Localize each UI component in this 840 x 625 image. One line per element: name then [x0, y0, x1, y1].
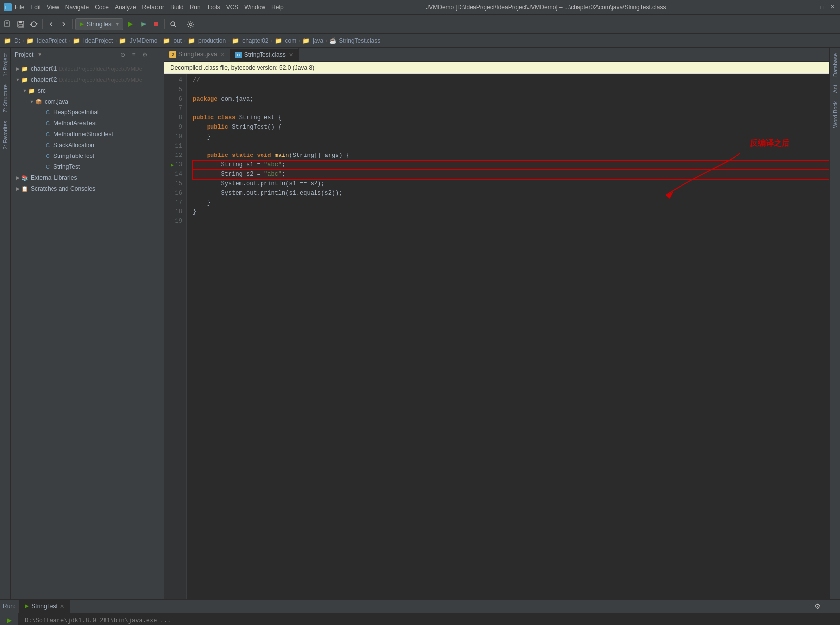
tree-arrow-extlibs: ▶ [15, 175, 21, 181]
menu-run[interactable]: Run [190, 4, 201, 11]
breadcrumb-item-2[interactable]: IdeaProject [83, 37, 113, 44]
breadcrumb-icon-9: ☕ [329, 37, 337, 44]
code-line-11 [193, 142, 829, 151]
close-button[interactable]: ✕ [828, 3, 836, 11]
menu-navigate[interactable]: Navigate [65, 4, 89, 11]
run-tab-close[interactable]: ✕ [60, 603, 64, 610]
svg-rect-6 [19, 21, 22, 23]
sync-button[interactable] [28, 18, 40, 30]
wordbook-tab[interactable]: Word Book [831, 97, 840, 132]
breadcrumb-icon-7: 📁 [275, 37, 282, 44]
line-numbers: 4 5 6 7 8 9 10 11 12 13 14 15 16 17 18 1… [164, 74, 187, 599]
code-line-9: public StringTest() { [193, 123, 829, 132]
search-everywhere-button[interactable] [167, 18, 179, 30]
toolbar-sep-4 [182, 19, 182, 29]
tree-item-stringtest[interactable]: ▷ C StringTest [11, 161, 164, 172]
breadcrumb-item-1[interactable]: IdeaProject [37, 37, 67, 44]
run-config-selector[interactable]: StringTest ▼ [75, 18, 123, 30]
structure-tab-vertical[interactable]: Z: Structure [1, 80, 10, 116]
breadcrumb-item-6[interactable]: chapter02 [242, 37, 268, 44]
menu-build[interactable]: Build [170, 4, 184, 11]
breadcrumb-item-8[interactable]: java [313, 37, 323, 44]
breadcrumb-sep-7: › [298, 37, 300, 44]
tree-item-comjava[interactable]: ▼ 📦 com.java [11, 96, 164, 107]
sidebar-scope-button[interactable]: ⊙ [118, 51, 127, 59]
breadcrumb-item-5[interactable]: production [198, 37, 226, 44]
save-all-button[interactable] [15, 18, 27, 30]
menu-help[interactable]: Help [271, 4, 284, 11]
code-line-14: String s2 = "abc"; [193, 170, 829, 179]
sidebar-settings-button[interactable]: ⚙ [140, 51, 149, 59]
tree-label-stackalloc: StackAllocation [53, 142, 94, 149]
class-file-icon: C [235, 52, 242, 58]
breadcrumb-item-9[interactable]: StringTest.class [339, 37, 380, 44]
menu-file[interactable]: File [15, 4, 24, 11]
tree-label-src: src [38, 87, 46, 94]
breadcrumb-item-7[interactable]: com [285, 37, 297, 44]
folder-icon-src: 📁 [28, 87, 36, 95]
breadcrumb-item-0[interactable]: D: [14, 37, 20, 44]
tree-item-heapspace[interactable]: ▷ C HeapSpaceInitial [11, 107, 164, 118]
toolbar-sep-3 [164, 19, 165, 29]
breadcrumb-item-3[interactable]: JVMDemo [129, 37, 157, 44]
forward-button[interactable] [58, 18, 70, 30]
new-file-button[interactable] [2, 18, 14, 30]
code-line-12: public static void main(String[] args) { [193, 151, 829, 160]
tree-arrow-chapter02: ▼ [15, 77, 21, 83]
tree-arrow-chapter01: ▶ [15, 66, 21, 72]
run-panel-minimize-button[interactable]: – [825, 600, 837, 612]
favorites-tab-vertical[interactable]: 2: Favorites [1, 117, 10, 153]
ant-tab[interactable]: Ant [831, 81, 840, 97]
maximize-button[interactable]: □ [818, 3, 826, 11]
tab-stringtest-java[interactable]: J StringTest.java ✕ [164, 48, 230, 61]
menu-vcs[interactable]: VCS [226, 4, 239, 11]
breadcrumb-sep-3: › [159, 37, 161, 44]
tree-item-methodinner[interactable]: ▷ C MethodInnerStructTest [11, 129, 164, 140]
code-editor: 4 5 6 7 8 9 10 11 12 13 14 15 16 17 18 1… [164, 74, 829, 599]
tab-close-class[interactable]: ✕ [289, 52, 293, 58]
svg-rect-13 [141, 23, 146, 25]
folder-icon-chapter01: 📁 [21, 65, 29, 73]
database-tab[interactable]: Database [831, 50, 840, 81]
debug-button[interactable] [137, 18, 149, 30]
breadcrumb-sep-5: › [228, 37, 230, 44]
settings-button[interactable] [185, 18, 197, 30]
code-line-19 [193, 217, 829, 226]
tree-item-chapter01[interactable]: ▶ 📁 chapter01 D:\IdeaProject\IdeaProject… [11, 63, 164, 74]
menu-window[interactable]: Window [244, 4, 265, 11]
sidebar-expand-button[interactable]: ≡ [129, 51, 138, 59]
tree-label-methodarea: MethodAreaTest [53, 120, 97, 127]
sidebar-minimize-button[interactable]: – [151, 51, 160, 59]
tree-item-src[interactable]: ▼ 📁 src [11, 85, 164, 96]
run-toolbar: Run: StringTest ✕ ⚙ – [0, 600, 840, 613]
menu-tools[interactable]: Tools [207, 4, 220, 11]
breadcrumb-sep-0: › [22, 37, 24, 44]
code-content[interactable]: // package com.java; public class String… [187, 74, 829, 599]
run-panel-settings-button[interactable]: ⚙ [811, 600, 823, 612]
minimize-button[interactable]: – [808, 3, 816, 11]
code-line-18: } [193, 208, 829, 217]
tab-stringtest-class[interactable]: C StringTest.class ✕ [230, 48, 299, 61]
run-tab-stringtest[interactable]: StringTest ✕ [19, 600, 69, 613]
breadcrumb-item-4[interactable]: out [173, 37, 182, 44]
menu-code[interactable]: Code [95, 4, 109, 11]
menu-view[interactable]: View [47, 4, 59, 11]
tree-item-stackalloc[interactable]: ▷ C StackAllocation [11, 140, 164, 151]
java-file-icon: J [169, 51, 176, 58]
project-tab-vertical[interactable]: 1: Project [1, 50, 10, 80]
menu-analyze[interactable]: Analyze [115, 4, 136, 11]
breadcrumb-icon-5: 📁 [188, 37, 195, 44]
menu-refactor[interactable]: Refactor [142, 4, 164, 11]
tree-item-chapter02[interactable]: ▼ 📁 chapter02 D:\IdeaProject\IdeaProject… [11, 74, 164, 85]
back-button[interactable] [45, 18, 57, 30]
menu-edit[interactable]: Edit [30, 4, 41, 11]
tree-item-methodarea[interactable]: ▷ C MethodAreaTest [11, 118, 164, 129]
tree-item-scratches[interactable]: ▶ 📋 Scratches and Consoles [11, 183, 164, 194]
stop-button[interactable] [150, 18, 162, 30]
run-button[interactable] [124, 18, 136, 30]
tree-item-extlibs[interactable]: ▶ 📚 External Libraries [11, 172, 164, 183]
tab-close-java[interactable]: ✕ [220, 52, 225, 58]
rerun-button[interactable] [4, 615, 15, 625]
menu-bar: File Edit View Navigate Code Analyze Ref… [15, 4, 284, 11]
tree-item-stringtable[interactable]: ▷ C StringTableTest [11, 151, 164, 161]
